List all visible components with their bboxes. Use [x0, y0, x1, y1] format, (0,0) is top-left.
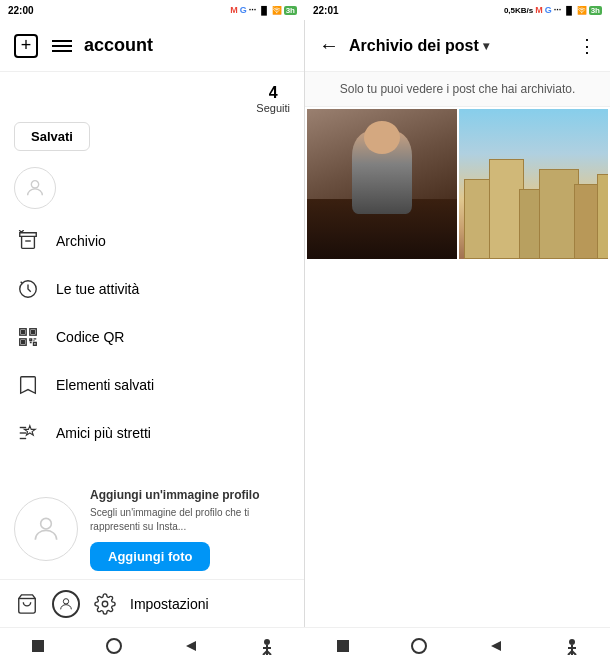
menu-item-archivio[interactable]: Archivio [0, 217, 304, 265]
svg-point-21 [63, 598, 68, 603]
right-speed: 0,5KB/s [504, 6, 533, 15]
archive-title-area: Archivio dei post ▾ [349, 37, 568, 55]
archive-icon [16, 229, 40, 253]
menu-item-salvati[interactable]: Elementi salvati [0, 361, 304, 409]
nav-square-left[interactable] [28, 636, 48, 656]
large-avatar [14, 497, 78, 561]
profile-area: 4 Seguiti [0, 72, 304, 122]
bookmark-icon [16, 373, 40, 397]
svg-rect-31 [337, 640, 349, 652]
left-status-bar: 22:00 M G ··· ▐▌ 🛜 3h [0, 0, 305, 20]
profile-bottom-info: Aggiungi un'immagine profilo Scegli un'i… [90, 487, 290, 571]
svg-point-34 [569, 639, 575, 645]
r-wifi-icon: 🛜 [577, 6, 587, 15]
gmail-icon: M [230, 5, 238, 15]
saved-button[interactable]: Salvati [14, 122, 90, 151]
menu-item-qr[interactable]: Codice QR [0, 313, 304, 361]
following-label: Seguiti [256, 102, 290, 114]
battery-icon: 3h [284, 6, 297, 15]
menu-item-attivita[interactable]: Le tue attività [0, 265, 304, 313]
list-star-icon [16, 421, 40, 445]
r-battery-icon: 3h [589, 6, 602, 15]
menu-item-stretti[interactable]: Amici più stretti [0, 409, 304, 457]
stretti-label: Amici più stretti [56, 425, 151, 441]
signal-icon: ▐▌ [258, 6, 269, 15]
add-icon[interactable]: + [14, 34, 38, 58]
right-time: 22:01 [313, 5, 339, 16]
archivio-label: Archivio [56, 233, 106, 249]
left-panel: + account 4 Seguiti Salvati [0, 20, 305, 627]
settings-label: Impostazioni [130, 596, 209, 612]
header-icons: + [14, 34, 72, 58]
status-bar-container: 22:00 M G ··· ▐▌ 🛜 3h 22:01 0,5KB/s M G … [0, 0, 610, 20]
right-status-bar: 22:01 0,5KB/s M G ··· ▐▌ 🛜 3h [305, 0, 610, 20]
back-button[interactable]: ← [319, 34, 339, 57]
svg-rect-23 [32, 640, 44, 652]
hamburger-icon[interactable] [52, 40, 72, 52]
bag-icon[interactable] [14, 591, 40, 617]
gear-icon[interactable] [92, 591, 118, 617]
right-nav-bar [305, 627, 610, 663]
bottom-nav-container [0, 627, 610, 663]
nav-person-left[interactable] [257, 636, 277, 656]
qr-icon [16, 325, 40, 349]
main-split: + account 4 Seguiti Salvati [0, 20, 610, 627]
nav-back-right[interactable] [486, 636, 506, 656]
photo-thumb-1[interactable] [307, 109, 457, 259]
menu-item-persone[interactable]: Persone suggerite [0, 457, 304, 471]
nav-person-right[interactable] [562, 636, 582, 656]
svg-rect-6 [22, 331, 25, 334]
nav-circle-right[interactable] [409, 636, 429, 656]
settings-bar: Impostazioni [0, 579, 304, 627]
r-signal-icon: ▐▌ [563, 6, 574, 15]
svg-rect-7 [32, 331, 35, 334]
options-icon[interactable]: ⋮ [578, 35, 596, 57]
following-count: 4 [256, 84, 290, 102]
account-title: account [84, 35, 290, 56]
profile-image-bottom: Aggiungi un'immagine profilo Scegli un'i… [0, 471, 304, 579]
menu-list: Archivio Le tue attività [0, 217, 304, 471]
google-icon: G [240, 5, 247, 15]
svg-marker-25 [186, 641, 196, 651]
profile-bottom-text: Aggiungi un'immagine profilo Scegli un'i… [90, 487, 290, 534]
following-stat: 4 Seguiti [256, 84, 290, 114]
right-status-icons: 0,5KB/s M G ··· ▐▌ 🛜 3h [504, 5, 602, 15]
svg-point-19 [41, 518, 52, 529]
svg-point-26 [264, 639, 270, 645]
archive-notice: Solo tu puoi vedere i post che hai archi… [305, 72, 610, 107]
wifi-icon: 🛜 [272, 6, 282, 15]
clock-icon [16, 277, 40, 301]
saved-btn-area: Salvati [0, 122, 304, 159]
building-4 [539, 169, 579, 259]
nav-square-right[interactable] [333, 636, 353, 656]
add-photo-button[interactable]: Aggiungi foto [90, 542, 210, 571]
r-more-icon: ··· [554, 5, 562, 15]
left-status-icons: M G ··· ▐▌ 🛜 3h [230, 5, 297, 15]
chevron-down-icon[interactable]: ▾ [483, 39, 489, 53]
small-avatar [14, 167, 56, 209]
salvati-label: Elementi salvati [56, 377, 154, 393]
svg-point-32 [412, 639, 426, 653]
svg-rect-8 [22, 341, 25, 344]
r-gmail-icon: M [535, 5, 543, 15]
qr-label: Codice QR [56, 329, 124, 345]
nav-back-left[interactable] [181, 636, 201, 656]
archive-notice-text: Solo tu puoi vedere i post che hai archi… [340, 82, 575, 96]
avatar-menu-area [0, 159, 304, 217]
r-google-icon: G [545, 5, 552, 15]
add-profile-image-subtitle: Scegli un'immagine del profilo che ti ra… [90, 506, 290, 534]
photo-thumb-2[interactable] [459, 109, 609, 259]
profile-circle-icon[interactable] [52, 590, 80, 618]
left-clock: 22:00 [8, 5, 34, 16]
svg-point-24 [107, 639, 121, 653]
nav-circle-left[interactable] [104, 636, 124, 656]
archive-title-text: Archivio dei post [349, 37, 479, 55]
svg-marker-33 [491, 641, 501, 651]
left-nav-bar [0, 627, 305, 663]
left-header: + account [0, 20, 304, 72]
right-clock: 22:01 [313, 5, 339, 16]
svg-point-22 [102, 601, 108, 607]
add-profile-image-title: Aggiungi un'immagine profilo [90, 487, 290, 504]
archive-header: ← Archivio dei post ▾ ⋮ [305, 20, 610, 72]
svg-point-1 [19, 230, 24, 232]
